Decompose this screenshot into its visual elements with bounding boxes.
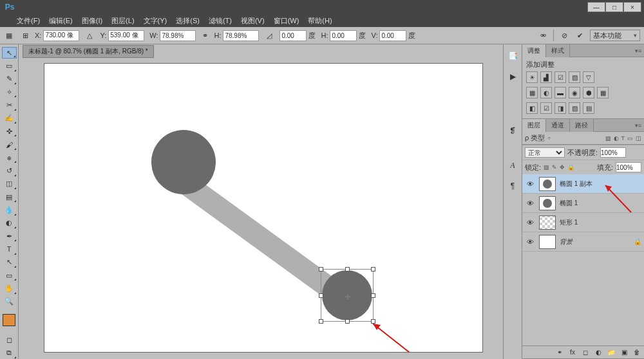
pen-tool[interactable]: ✒ [2,230,17,242]
filter-kind[interactable]: ρ 类型 [525,133,545,143]
lock-pixels-icon[interactable]: ✎ [552,164,557,170]
styles-tab[interactable]: 样式 [546,44,570,57]
visibility-icon[interactable]: 👁 [525,217,535,228]
canvas[interactable]: ✢ [44,64,482,352]
type-tool[interactable]: T [2,243,17,255]
filter-smart-icon[interactable]: ◫ [636,135,641,142]
menu-help[interactable]: 帮助(H) [308,16,332,26]
workspace-select[interactable]: 基本功能▾ [590,30,640,41]
fill-input[interactable] [616,162,641,172]
crop-tool[interactable]: ✂ [2,99,17,111]
layer-thumb[interactable] [539,216,556,230]
menu-select[interactable]: 选择(S) [176,16,200,26]
magic-wand-tool[interactable]: ✧ [2,86,17,98]
visibility-icon[interactable]: 👁 [525,237,535,247]
posterize-icon[interactable]: ☑ [540,102,552,114]
document-tab[interactable]: 未标题-1 @ 80.7% (椭圆 1 副本, RGB/8) * [23,45,154,58]
blend-mode-select[interactable]: 正常 [525,147,565,158]
photo-filter-icon[interactable]: ▬ [554,87,566,98]
delete-layer-icon[interactable]: 🗑 [632,348,641,357]
layer-thumb[interactable] [539,177,556,191]
screenmode-toggle[interactable]: ⧉ [2,347,17,359]
h-input[interactable] [223,30,259,41]
adjustment-layer-icon[interactable]: ◐ [594,348,603,357]
cancel-transform-icon[interactable]: ⊘ [559,30,569,41]
layer-name[interactable]: 矩形 1 [560,218,578,227]
paths-tab[interactable]: 路径 [570,119,594,132]
threshold-icon[interactable]: ◨ [554,102,566,114]
healing-tool[interactable]: ✜ [2,125,17,137]
layers-tab[interactable]: 图层 [522,119,546,132]
selective-color-icon[interactable]: ▨ [569,102,580,114]
channel-mixer-icon[interactable]: ◉ [569,87,580,98]
layer-name[interactable]: 椭圆 1 副本 [560,180,592,189]
gradient-tool[interactable]: ▤ [2,191,17,203]
x-input[interactable] [43,30,79,41]
foreground-color[interactable] [3,314,15,326]
invert-icon[interactable]: ◧ [526,102,538,114]
shape-tool[interactable]: ▭ [2,270,17,281]
hand-tool[interactable]: ✋ [2,282,17,294]
history-brush-tool[interactable]: ↺ [2,165,17,176]
dodge-tool[interactable]: ◐ [2,217,17,229]
close-button[interactable]: × [623,2,641,12]
link-wh-icon[interactable]: ⚭ [201,30,209,41]
hskew-input[interactable] [330,30,357,41]
swap-xy-icon[interactable]: △ [84,30,95,41]
angle-input[interactable] [279,30,307,41]
styles-panel-icon[interactable]: ¶ [506,180,519,192]
bw-icon[interactable]: ◐ [540,87,552,98]
commit-transform-icon[interactable]: ✔ [574,30,585,41]
reference-point-icon[interactable]: ⊞ [19,30,30,41]
zoom-tool[interactable]: 🔍 [2,296,17,308]
vibrance-icon[interactable]: ▽ [583,71,594,83]
character-panel-icon[interactable]: ❡ [506,124,519,137]
brightness-icon[interactable]: ☀ [526,71,538,83]
layer-name[interactable]: 背景 [560,237,573,246]
transform-bounding-box[interactable]: ✢ [321,269,374,322]
menu-file[interactable]: 文件(F) [17,16,40,26]
menu-window[interactable]: 窗口(W) [274,16,299,26]
eyedropper-tool[interactable]: ✍ [2,113,17,124]
lasso-tool[interactable]: ✎ [2,73,17,85]
filter-shape-icon[interactable]: ▭ [627,135,633,142]
filter-pixel-icon[interactable]: ▧ [605,135,611,142]
lock-transparent-icon[interactable]: ▧ [544,164,549,170]
hue-icon[interactable]: ▦ [526,87,538,98]
layer-name[interactable]: 椭圆 1 [560,199,578,208]
move-tool[interactable]: ↖ [2,47,17,59]
channels-tab[interactable]: 通道 [546,119,570,132]
w-input[interactable] [160,30,196,41]
minimize-button[interactable]: — [587,2,605,12]
group-icon[interactable]: 📁 [607,348,616,357]
menu-edit[interactable]: 编辑(E) [49,16,73,26]
warp-icon[interactable]: ⚮ [538,30,548,41]
layer-thumb[interactable] [539,235,556,249]
layer-thumb[interactable] [539,196,556,210]
quickmask-toggle[interactable]: ◻ [2,334,17,345]
stamp-tool[interactable]: ⎈ [2,152,17,163]
color-lookup-icon[interactable]: ⬢ [583,87,594,98]
menu-view[interactable]: 视图(V) [241,16,265,26]
filter-adjust-icon[interactable]: ◐ [614,135,619,142]
history-panel-icon[interactable]: 📑 [506,50,519,62]
new-layer-icon[interactable]: ▣ [620,348,629,357]
blur-tool[interactable]: 💧 [2,204,17,216]
opacity-input[interactable] [600,147,626,158]
gradient-map-icon[interactable]: ▤ [583,102,594,114]
maximize-button[interactable]: □ [605,2,623,12]
exposure-icon[interactable]: ▨ [569,71,580,83]
menu-image[interactable]: 图像(I) [82,16,102,26]
lock-all-icon[interactable]: 🔒 [567,164,574,170]
curves-icon[interactable]: ☑ [554,71,566,83]
layer-fx-icon[interactable]: fx [568,348,577,357]
transform-icon[interactable]: ▦ [4,30,14,41]
vskew-input[interactable] [379,30,406,41]
brush-tool[interactable]: 🖌 [2,138,17,150]
paragraph-panel-icon[interactable]: A [506,159,519,172]
visibility-icon[interactable]: 👁 [525,198,535,208]
eraser-tool[interactable]: ◫ [2,178,17,190]
levels-icon[interactable]: ▟ [540,71,552,83]
visibility-icon[interactable]: 👁 [525,179,535,189]
y-input[interactable] [108,30,144,41]
